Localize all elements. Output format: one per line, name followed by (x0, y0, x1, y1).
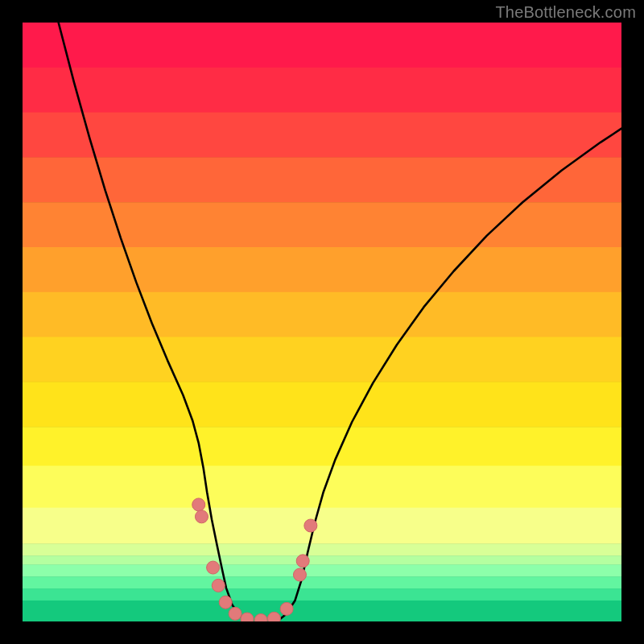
watermark-text: TheBottleneck.com (495, 3, 636, 22)
gradient-band (23, 543, 621, 555)
gradient-band (23, 576, 621, 588)
gradient-band (23, 427, 621, 466)
gradient-band (23, 508, 621, 544)
gradient-band (23, 292, 621, 337)
data-marker (229, 607, 242, 620)
data-marker (296, 555, 309, 568)
gradient-band (23, 555, 621, 565)
gradient-band (23, 601, 621, 621)
gradient-band (23, 466, 621, 509)
gradient-band (23, 23, 621, 68)
gradient-band (23, 68, 621, 113)
gradient-band (23, 588, 621, 601)
data-marker (293, 568, 306, 581)
data-marker (195, 510, 208, 523)
gradient-band (23, 382, 621, 427)
data-marker (304, 519, 317, 532)
chart-frame: TheBottleneck.com (0, 0, 644, 644)
data-marker (207, 561, 220, 574)
gradient-band (23, 337, 621, 382)
data-marker (192, 498, 205, 511)
data-marker (212, 579, 225, 592)
data-marker (280, 602, 293, 615)
plot-area (23, 23, 621, 621)
data-marker (267, 612, 280, 621)
gradient-band (23, 247, 621, 292)
gradient-band (23, 564, 621, 576)
gradient-band (23, 113, 621, 158)
data-marker (241, 613, 254, 621)
data-marker (219, 596, 232, 609)
bottleneck-chart (23, 23, 621, 621)
